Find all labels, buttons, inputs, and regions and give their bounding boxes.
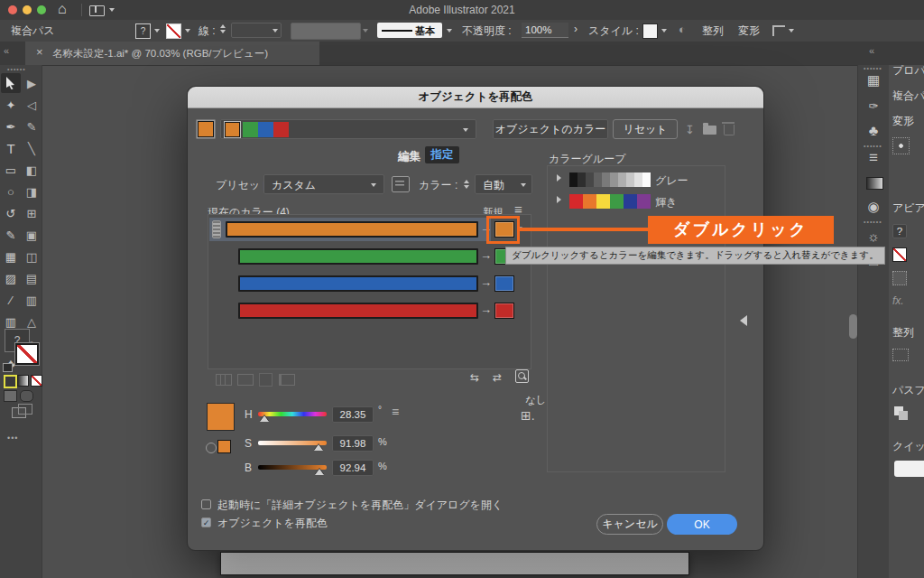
fx-label[interactable]: fx.	[892, 294, 904, 307]
merge-colors-icon[interactable]	[216, 374, 232, 386]
toolbar-collapse-icon[interactable]: «	[4, 45, 9, 56]
hue-slider[interactable]	[258, 412, 327, 416]
gradient-tool-icon[interactable]: ▨	[1, 268, 21, 288]
brightness-value-field[interactable]: 92.94	[332, 460, 374, 476]
quick-action-button[interactable]	[894, 461, 924, 477]
strip-drag-handle-3[interactable]: ••••••	[864, 219, 882, 225]
color-row-red[interactable]	[209, 299, 491, 322]
width-tool-icon[interactable]: ▣	[22, 225, 42, 245]
reset-button[interactable]: リセット	[613, 119, 678, 139]
opacity-dotted-swatch[interactable]	[892, 271, 907, 285]
hue-slider-thumb[interactable]	[260, 415, 269, 422]
draw-normal-mode-icon[interactable]	[4, 390, 17, 402]
none-grid-icon[interactable]: ⊞.	[521, 408, 535, 423]
expand-chevron-icon[interactable]	[557, 196, 561, 203]
pen-tool-icon[interactable]: ✒	[1, 117, 21, 136]
rulers-icon[interactable]	[772, 25, 785, 36]
exclude-color-icon[interactable]	[259, 373, 273, 387]
brightness-slider[interactable]	[258, 465, 327, 470]
open-dialog-checkbox-label[interactable]: 起動時に「詳細オブジェクトを再配色」ダイアログを開く	[217, 498, 503, 513]
object-colors-button[interactable]: オブジェクトのカラー	[493, 119, 608, 139]
saturation-slider[interactable]	[258, 441, 327, 445]
hsb-menu-icon[interactable]: ≡	[392, 405, 399, 419]
pencil-tool-icon[interactable]: ✎	[1, 225, 21, 245]
rotate-tool-icon[interactable]: ↺	[1, 203, 21, 223]
preset-options-icon[interactable]	[392, 176, 410, 192]
brush-chevron-icon[interactable]	[363, 29, 368, 33]
collapse-groups-arrow-icon[interactable]	[740, 315, 747, 326]
stroke-chevron-icon[interactable]	[185, 29, 190, 33]
tab-properties[interactable]: プロパ	[892, 65, 924, 79]
paintbrush-tool-icon[interactable]: ◧	[22, 160, 42, 180]
colors-count-stepper[interactable]	[460, 174, 473, 194]
swatches-panel-icon[interactable]: ▦	[864, 70, 883, 90]
align-button[interactable]: 整列	[702, 23, 724, 39]
align-options-icon[interactable]	[892, 349, 909, 361]
preset-select[interactable]: カスタム	[263, 174, 384, 194]
document-setup-globe-icon[interactable]: ◐	[679, 23, 686, 36]
active-color-swatch[interactable]	[198, 121, 214, 137]
type-tool-icon[interactable]: T	[1, 138, 21, 158]
brightness-slider-thumb[interactable]	[315, 469, 324, 475]
stroke-panel-icon[interactable]: ≡	[864, 148, 883, 168]
ok-button[interactable]: OK	[667, 514, 737, 535]
stroke-color-swatch[interactable]	[166, 23, 181, 39]
tools-panel-drag-handle[interactable]: ••••••	[7, 66, 26, 72]
document-tab[interactable]: × 名称未設定-1.ai* @ 70.03% (RGB/プレビュー)	[25, 42, 319, 65]
color-group-gray[interactable]: グレー	[548, 170, 723, 191]
perspective-tool-icon[interactable]: ◫	[22, 247, 42, 266]
transform-reference-icon[interactable]	[892, 137, 910, 154]
color-row-orange[interactable]	[209, 218, 491, 241]
brush-definition-select[interactable]	[291, 23, 361, 40]
stroke-none-swatch[interactable]	[892, 247, 907, 262]
curvature-tool-icon[interactable]: ✎	[22, 117, 42, 136]
symbols-panel-icon[interactable]: ♣	[864, 121, 883, 141]
stroke-weight-stepper[interactable]	[220, 24, 226, 33]
panel-strip-collapse-icon[interactable]: «	[869, 45, 874, 56]
eraser-tool-icon[interactable]: ◨	[22, 182, 42, 201]
tab-edit[interactable]: 編集	[398, 149, 420, 164]
color-wheel-dropdown[interactable]	[220, 119, 476, 139]
find-color-icon[interactable]	[515, 369, 529, 383]
stroke-weight-chevron-icon[interactable]	[273, 29, 278, 33]
random-saturation-icon[interactable]: ⇄	[493, 371, 502, 384]
more-options-chevron-icon[interactable]	[789, 29, 794, 33]
new-row-icon[interactable]	[279, 374, 295, 386]
transparency-panel-icon[interactable]: ◉	[864, 197, 883, 217]
random-order-icon[interactable]: ⇆	[470, 371, 479, 384]
blend-tool-icon[interactable]: ▤	[22, 268, 42, 288]
selection-tool-icon[interactable]	[1, 73, 21, 93]
dialog-title-bar[interactable]: オブジェクトを再配色	[188, 87, 763, 108]
mesh-tool-icon[interactable]: ▦	[1, 247, 21, 266]
appearance-panel-icon[interactable]: ☼	[864, 226, 883, 246]
color-row-green[interactable]	[209, 245, 491, 268]
symbol-tool-icon[interactable]: ▥	[22, 290, 42, 310]
color-group-bright[interactable]: 輝き	[548, 191, 723, 213]
current-color-bar[interactable]	[238, 303, 478, 319]
transform-button[interactable]: 変形	[738, 23, 760, 39]
trash-icon[interactable]	[724, 125, 735, 135]
color-mode-icon[interactable]	[206, 443, 217, 453]
colors-count-select[interactable]: 自動	[475, 174, 532, 194]
tab-assign[interactable]: 指定	[425, 146, 459, 163]
none-button[interactable]	[31, 375, 42, 387]
folder-icon[interactable]	[703, 126, 716, 135]
width-profile-select[interactable]: 基本	[377, 23, 442, 38]
current-color-bar[interactable]	[238, 248, 478, 265]
draw-behind-mode-icon[interactable]	[20, 390, 33, 402]
row-drag-handle[interactable]	[212, 220, 221, 238]
new-color-swatch-red[interactable]	[494, 303, 514, 319]
shear-tool-icon[interactable]: ⊞	[22, 203, 42, 223]
brushes-panel-icon[interactable]: ✑	[864, 96, 883, 116]
lasso-tool-icon[interactable]: ◁	[22, 95, 42, 115]
cancel-button[interactable]: キャンセル	[596, 514, 663, 535]
current-color-bar[interactable]	[238, 275, 478, 292]
canvas-scrollbar-thumb[interactable]	[849, 314, 857, 339]
save-group-icon[interactable]: ↧	[685, 123, 695, 136]
opacity-more-icon[interactable]: ›	[574, 23, 578, 35]
hue-value-field[interactable]: 28.35	[332, 406, 374, 423]
opacity-field[interactable]: 100%	[522, 23, 568, 38]
fill-color-swatch[interactable]: ?	[135, 23, 151, 39]
magic-wand-tool-icon[interactable]: ✦	[1, 95, 21, 115]
eyedropper-tool-icon[interactable]: ∕	[1, 290, 21, 310]
